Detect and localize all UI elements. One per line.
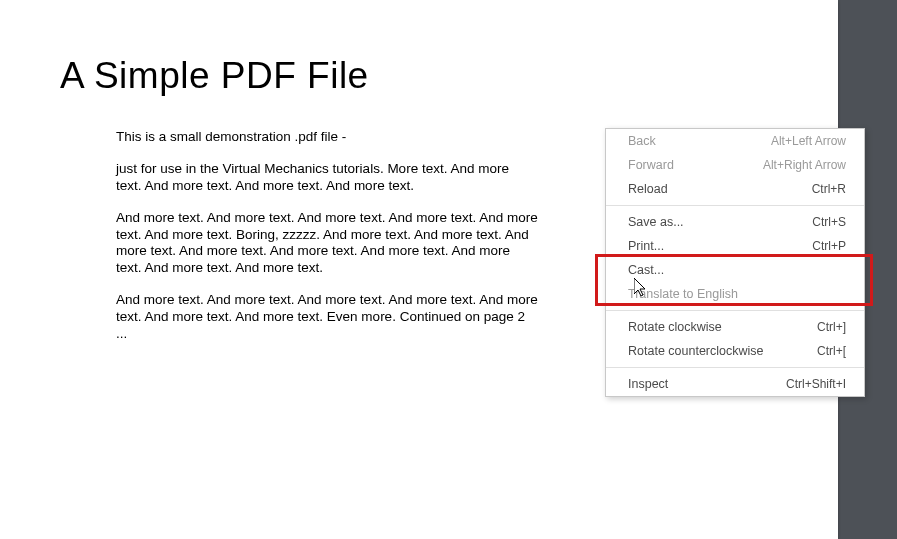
menu-shortcut: Ctrl+[ <box>817 344 846 358</box>
menu-separator <box>606 310 864 311</box>
menu-item-forward[interactable]: Forward Alt+Right Arrow <box>606 153 864 177</box>
menu-item-cast[interactable]: Cast... <box>606 258 864 282</box>
menu-label: Print... <box>628 239 664 253</box>
menu-item-print[interactable]: Print... Ctrl+P <box>606 234 864 258</box>
menu-label: Reload <box>628 182 668 196</box>
menu-label: Back <box>628 134 656 148</box>
menu-item-inspect[interactable]: Inspect Ctrl+Shift+I <box>606 372 864 396</box>
menu-item-translate[interactable]: Translate to English <box>606 282 864 306</box>
menu-separator <box>606 205 864 206</box>
menu-shortcut: Ctrl+] <box>817 320 846 334</box>
menu-item-reload[interactable]: Reload Ctrl+R <box>606 177 864 201</box>
menu-separator <box>606 367 864 368</box>
menu-shortcut: Ctrl+Shift+I <box>786 377 846 391</box>
menu-item-save-as[interactable]: Save as... Ctrl+S <box>606 210 864 234</box>
page-title: A Simple PDF File <box>60 55 778 97</box>
menu-label: Save as... <box>628 215 684 229</box>
menu-shortcut: Ctrl+R <box>812 182 846 196</box>
menu-label: Translate to English <box>628 287 738 301</box>
paragraph: just for use in the Virtual Mechanics tu… <box>116 161 538 195</box>
menu-label: Inspect <box>628 377 668 391</box>
menu-shortcut: Ctrl+P <box>812 239 846 253</box>
context-menu: Back Alt+Left Arrow Forward Alt+Right Ar… <box>605 128 865 397</box>
menu-label: Forward <box>628 158 674 172</box>
menu-shortcut: Alt+Left Arrow <box>771 134 846 148</box>
menu-item-rotate-counterclockwise[interactable]: Rotate counterclockwise Ctrl+[ <box>606 339 864 363</box>
menu-item-back[interactable]: Back Alt+Left Arrow <box>606 129 864 153</box>
paragraph: This is a small demonstration .pdf file … <box>116 129 538 146</box>
paragraph: And more text. And more text. And more t… <box>116 292 538 343</box>
menu-item-rotate-clockwise[interactable]: Rotate clockwise Ctrl+] <box>606 315 864 339</box>
menu-shortcut: Alt+Right Arrow <box>763 158 846 172</box>
menu-label: Cast... <box>628 263 664 277</box>
menu-label: Rotate counterclockwise <box>628 344 763 358</box>
paragraph: And more text. And more text. And more t… <box>116 210 538 278</box>
menu-label: Rotate clockwise <box>628 320 722 334</box>
menu-shortcut: Ctrl+S <box>812 215 846 229</box>
